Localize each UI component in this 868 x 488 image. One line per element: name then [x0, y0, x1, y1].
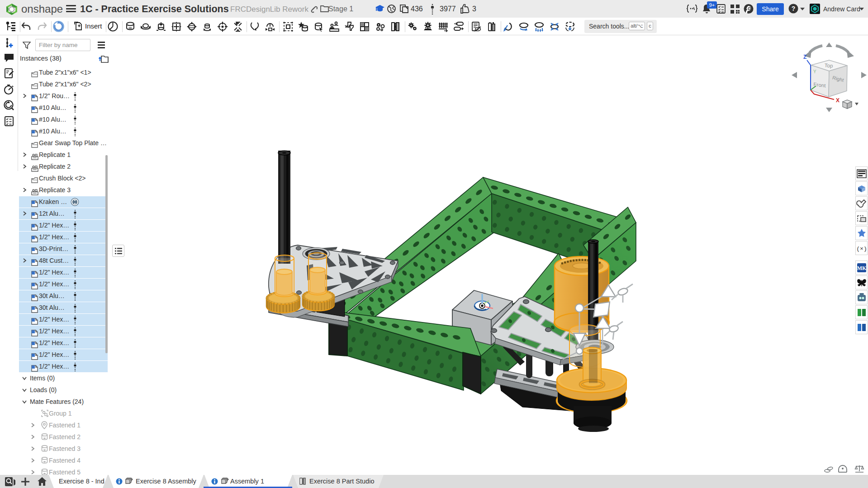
svg-text:Z: Z — [803, 54, 806, 60]
svg-text:Y: Y — [813, 69, 816, 74]
svg-text:Top: Top — [824, 62, 833, 68]
svg-text:9+: 9+ — [709, 2, 715, 8]
svg-text:MK: MK — [857, 265, 867, 271]
svg-text:?: ? — [792, 5, 796, 12]
svg-text:X: X — [836, 97, 840, 104]
svg-text:(×): (×) — [856, 246, 867, 252]
